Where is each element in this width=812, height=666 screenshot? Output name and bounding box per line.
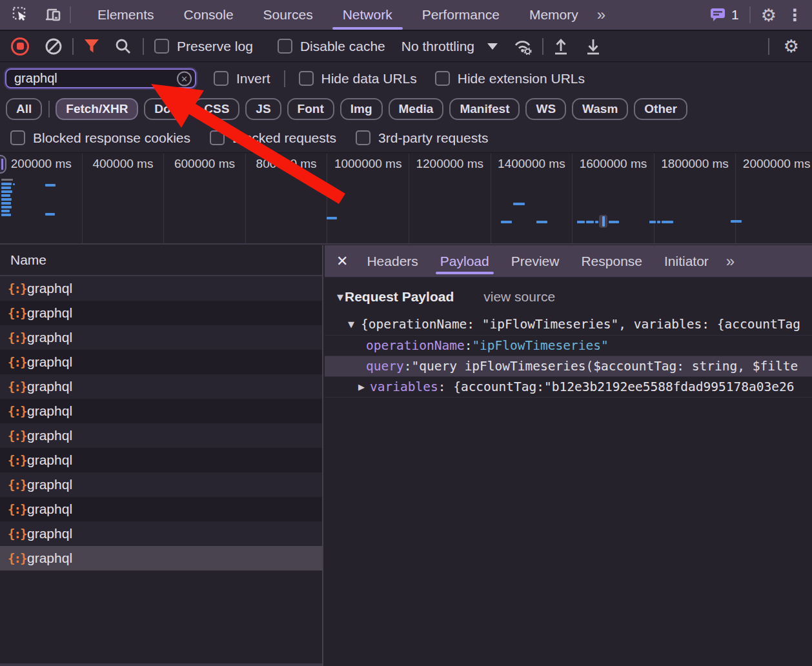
payload-row-variables[interactable]: ▶ variables: {accountTag: "b12e3b2192ee5… [325,376,812,397]
pill-ws[interactable]: WS [525,98,566,120]
invert-label: Invert [236,71,270,86]
request-row[interactable]: {:}graphql [0,374,322,399]
issues-message-icon[interactable] [709,7,727,23]
inspect-element-icon[interactable] [12,6,30,24]
tabbar-right-divider [749,6,751,23]
filter-input-value: graphql [14,71,57,86]
import-har-icon[interactable] [553,37,569,56]
waterfall-bar [577,221,585,223]
blocked-response-cookies-checkbox[interactable] [10,130,25,145]
request-row[interactable]: {:}graphql [0,423,322,448]
pill-divider [48,101,50,117]
tabbar-divider [70,6,71,23]
request-row[interactable]: {:}graphql [0,546,322,570]
details-tab-payload[interactable]: Payload [429,245,500,277]
json-braces-icon: {:} [8,478,27,492]
variables-expander-icon[interactable]: ▶ [358,382,365,392]
request-row[interactable]: {:}graphql [0,521,322,546]
pill-doc[interactable]: Doc [144,98,188,120]
waterfall-column-7: 1600000 ms [573,154,655,243]
request-row[interactable]: {:}graphql [0,350,322,374]
toolbar-divider-3 [542,38,543,55]
details-tab-initiator[interactable]: Initiator [653,245,720,277]
device-toolbar-icon[interactable] [44,6,63,24]
tab-console[interactable]: Console [169,0,249,30]
tab-network[interactable]: Network [328,0,407,30]
waterfall-bar [1,187,11,189]
blocked-requests-checkbox[interactable] [210,130,225,145]
settings-gear-icon[interactable]: ⚙ [761,6,776,24]
pill-other[interactable]: Other [634,98,687,120]
payload-sep: : [465,338,472,353]
pill-fetchxhr[interactable]: Fetch/XHR [56,98,138,120]
waterfall-bar [513,203,525,205]
pill-media[interactable]: Media [389,98,444,120]
details-tab-response[interactable]: Response [570,245,653,277]
waterfall-bar [536,221,547,223]
section-expander-icon[interactable]: ▼ [337,292,343,302]
payload-preview-line[interactable]: ▼ {operationName: "ipFlowTimeseries", va… [325,314,812,335]
record-network-log-icon[interactable] [11,37,29,56]
request-row[interactable]: {:}graphql [0,399,322,423]
pill-js[interactable]: JS [245,98,281,120]
tab-memory[interactable]: Memory [514,0,593,30]
request-row[interactable]: {:}graphql [0,497,322,521]
throttling-caret-icon [487,43,498,50]
view-source-toggle[interactable]: view source [483,289,555,305]
waterfall-tick-label: 1800000 ms [661,157,729,243]
pill-wasm[interactable]: Wasm [572,98,628,120]
network-settings-gear-icon[interactable]: ⚙ [784,37,799,55]
tab-elements[interactable]: Elements [83,0,169,30]
name-column-header[interactable]: Name [0,245,322,276]
filter-input[interactable]: graphql ✕ [5,68,196,88]
preserve-log-checkbox[interactable] [154,39,169,54]
pill-manifest[interactable]: Manifest [449,98,520,120]
waterfall-bar [662,221,673,223]
waterfall-tick-label: 1200000 ms [416,157,483,243]
invert-checkbox[interactable] [214,71,228,86]
waterfall-column-2: 600000 ms [164,154,246,243]
pill-img[interactable]: Img [340,98,383,120]
filter-funnel-icon[interactable] [83,38,100,54]
clear-filter-icon[interactable]: ✕ [177,71,192,86]
waterfall-bar [1,198,12,201]
requests-panel-bottom-strip [0,663,322,666]
waterfall-left-handle[interactable] [0,155,6,174]
close-details-icon[interactable]: ✕ [336,253,348,270]
3rd-party-requests-checkbox[interactable] [356,130,370,145]
tab-performance[interactable]: Performance [407,0,514,30]
pill-font[interactable]: Font [287,98,334,120]
payload-row-operation-name[interactable]: operationName: "ipFlowTimeseries" [325,335,812,356]
details-overflow-icon[interactable]: » [726,252,733,270]
request-payload-section-header[interactable]: ▼ Request Payload view source [325,287,812,307]
pill-css[interactable]: CSS [194,98,239,120]
payload-row-query[interactable]: query: "query ipFlowTimeseries($accountT… [325,356,812,376]
request-row[interactable]: {:}graphql [0,276,322,301]
export-har-icon[interactable] [585,37,602,56]
payload-value: "query ipFlowTimeseries($accountTag: str… [411,359,798,374]
hide-data-urls-checkbox[interactable] [299,71,314,86]
waterfall-overview[interactable]: 200000 ms400000 ms600000 ms800000 ms1000… [0,154,812,245]
more-panels-icon[interactable]: » [597,6,604,24]
pill-all[interactable]: All [6,98,42,120]
overflow-menu-icon[interactable]: ⋮ [787,6,803,25]
request-row[interactable]: {:}graphql [0,448,322,472]
clear-network-log-icon[interactable] [45,37,63,56]
object-expander-icon[interactable]: ▼ [348,319,354,329]
disable-cache-checkbox[interactable] [278,39,292,54]
tab-sources[interactable]: Sources [249,0,328,30]
throttling-select[interactable]: No throttling [401,39,474,54]
json-braces-icon: {:} [8,306,27,320]
request-row[interactable]: {:}graphql [0,301,322,325]
payload-value: "b12e3b2192ee5588fdad995178a03e26 [544,379,794,394]
request-row[interactable]: {:}graphql [0,472,322,497]
waterfall-bar [13,183,15,185]
network-conditions-icon[interactable] [513,37,533,55]
request-name: graphql [27,379,72,394]
hide-extension-urls-checkbox[interactable] [435,71,450,86]
extra-filter-label: Blocked requests [232,130,336,146]
details-tab-headers[interactable]: Headers [356,245,429,277]
details-tab-preview[interactable]: Preview [500,245,571,277]
request-row[interactable]: {:}graphql [0,325,322,350]
search-icon[interactable] [114,37,132,56]
